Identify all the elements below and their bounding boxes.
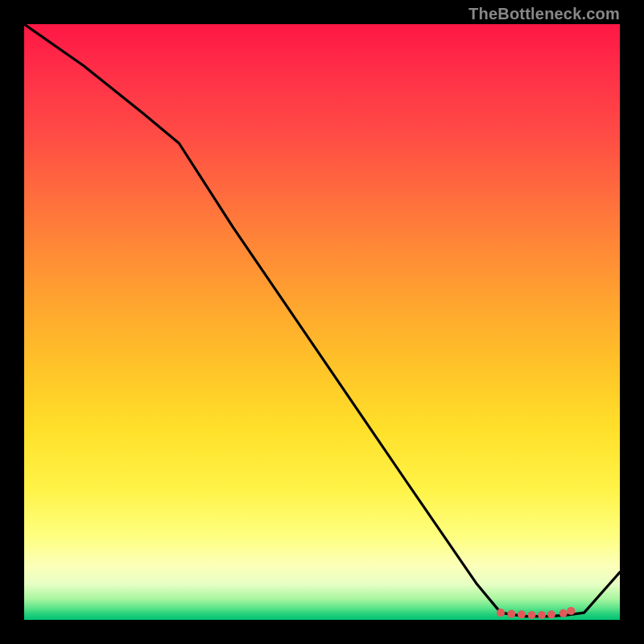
data-marker bbox=[507, 610, 515, 618]
data-marker bbox=[559, 609, 568, 617]
data-marker bbox=[527, 611, 535, 619]
data-marker bbox=[547, 610, 555, 618]
data-marker bbox=[518, 610, 526, 618]
data-marker bbox=[567, 607, 575, 615]
data-marker bbox=[497, 609, 505, 617]
chart-svg bbox=[24, 24, 620, 620]
data-marker bbox=[538, 611, 546, 619]
plot-area bbox=[24, 24, 620, 620]
chart-frame: TheBottleneck.com bbox=[0, 0, 644, 644]
data-line bbox=[24, 24, 620, 617]
watermark-text: TheBottleneck.com bbox=[469, 5, 620, 23]
